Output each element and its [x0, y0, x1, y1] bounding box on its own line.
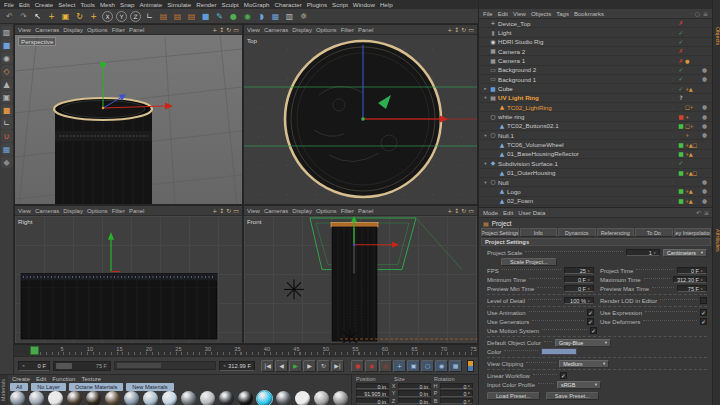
visibility-dots-icon[interactable]: : — [669, 58, 677, 64]
material-tag-icon[interactable]: ● — [702, 104, 712, 110]
material-sphere[interactable] — [105, 391, 120, 405]
zoom-view-icon[interactable]: ↕ — [454, 26, 459, 33]
visibility-dots-icon[interactable]: : — [669, 151, 677, 157]
project-scale-unit-dropdown[interactable]: Centimeters▾ — [663, 249, 707, 257]
object-name[interactable]: TC02_Buttons02.1 — [506, 122, 669, 129]
panel-menu-icon[interactable]: ≡ — [703, 10, 708, 17]
attribute-tab[interactable]: Dynamics — [558, 228, 596, 237]
object-name[interactable]: 02_Foam — [506, 197, 669, 204]
make-editable-icon[interactable]: ▩ — [1, 26, 13, 38]
om-menu-item[interactable]: Edit — [498, 11, 508, 17]
render-picture-viewer-icon[interactable]: ▤ — [171, 10, 184, 23]
object-row[interactable]: ▲ TC02_Buttons02.1 : ■ □+ ● — [479, 122, 712, 131]
object-name[interactable]: Camera 1 — [497, 57, 669, 64]
pan-view-icon[interactable]: + — [447, 207, 452, 214]
object-row[interactable]: ▸ ■ Cube : ✓ +▲ — [479, 84, 712, 93]
menu-item[interactable]: MoGraph — [244, 1, 270, 8]
material-sphere[interactable] — [295, 391, 310, 405]
material-tag-icon[interactable]: ● — [702, 67, 712, 73]
load-preset-button[interactable]: Load Preset... — [487, 392, 540, 400]
pan-view-icon[interactable]: + — [212, 26, 217, 33]
view-clipping-dropdown[interactable]: Medium▾ — [559, 360, 609, 368]
perspective-canvas[interactable] — [15, 35, 242, 204]
prev-frame-button[interactable]: ◀ — [275, 360, 288, 372]
object-axis-mode-icon[interactable]: ■ — [1, 104, 13, 116]
attribute-tab[interactable]: Info — [520, 228, 558, 237]
viewport-menu-item[interactable]: Cameras — [35, 27, 59, 33]
material-menu-item[interactable]: Function — [52, 376, 75, 382]
scale-icon[interactable]: ▣ — [59, 10, 72, 23]
max-time-field[interactable]: 312.99 F — [219, 361, 255, 371]
object-name[interactable]: Subdivision Surface.1 — [497, 160, 669, 167]
object-row[interactable]: ▭ Background 2 : ✓ ● — [479, 66, 712, 75]
viewport-menu-item[interactable]: Filter — [341, 208, 354, 214]
environment-icon[interactable]: ◗ — [255, 10, 268, 23]
use-animation-checkbox[interactable]: ✓ — [587, 309, 594, 316]
menu-item[interactable]: Render — [196, 1, 216, 8]
redo-icon[interactable]: ↷ — [17, 10, 30, 23]
front-canvas[interactable] — [244, 216, 477, 343]
viewport-menu-item[interactable]: View — [18, 208, 31, 214]
goto-end-button[interactable]: ▶| — [331, 360, 344, 372]
polygons-mode-icon[interactable]: ▲ — [1, 78, 13, 90]
range-handle[interactable] — [56, 363, 72, 369]
menu-item[interactable]: Window — [353, 1, 375, 8]
enable-state-icon[interactable]: ✗ — [677, 20, 685, 26]
viewport-menu-item[interactable]: Display — [63, 208, 83, 214]
enable-state-icon[interactable]: ■ — [677, 198, 685, 204]
zoom-view-icon[interactable]: ↕ — [219, 207, 224, 214]
enable-state-icon[interactable]: ✓ — [677, 39, 685, 45]
viewport-menu-item[interactable]: Panel — [129, 27, 144, 33]
menu-item[interactable]: Animate — [139, 1, 162, 8]
menu-item[interactable]: Select — [58, 1, 75, 8]
object-row[interactable]: ▾ ▤ UV Light Ring : ? — [479, 94, 712, 103]
texture-mode-icon[interactable]: ▣ — [1, 91, 13, 103]
object-tags[interactable]: +▲ — [685, 198, 702, 204]
expand-icon[interactable]: ▾ — [482, 161, 489, 166]
object-tags[interactable]: +▲ — [685, 151, 702, 157]
position-field[interactable]: 91.905 in — [356, 390, 389, 397]
size-field[interactable]: 0 in — [398, 398, 431, 405]
enable-state-icon[interactable]: ■ — [677, 170, 685, 176]
object-row[interactable]: + Device_Top : ✗ — [479, 19, 712, 28]
tab-objects[interactable]: Objects — [713, 10, 720, 62]
project-time-input[interactable]: 0 F — [677, 267, 707, 275]
material-tag-icon[interactable]: ● — [702, 132, 712, 138]
material-tag-icon[interactable]: ● — [702, 179, 712, 185]
material-sphere[interactable] — [67, 391, 82, 405]
object-name[interactable]: 01_BaseHousingReflector — [506, 150, 669, 157]
object-name[interactable]: Light — [497, 29, 669, 36]
object-name[interactable]: Device_Top — [497, 20, 669, 27]
object-row[interactable]: ▾ ◆ Subdivision Surface.1 : ✓ — [479, 159, 712, 168]
rotate-view-icon[interactable]: ↻ — [461, 26, 466, 33]
object-row[interactable]: ◉ HDRI Studio Rig : ✓ — [479, 38, 712, 47]
toggle-view-icon[interactable]: ▭ — [233, 26, 239, 33]
object-name[interactable]: Null.1 — [497, 132, 669, 139]
rotation-field[interactable]: 0 ° — [440, 390, 473, 397]
material-tag-icon[interactable]: ● — [702, 114, 712, 120]
record-pla-toggle[interactable]: ▦ — [449, 360, 462, 372]
record-options-button[interactable]: ◎ — [379, 360, 392, 372]
viewport-menu-item[interactable]: Options — [316, 27, 337, 33]
size-field[interactable]: 0 in — [398, 383, 431, 390]
project-scale-input[interactable]: 1 — [626, 249, 660, 257]
visibility-dots-icon[interactable]: : — [669, 48, 677, 54]
viewport-solo-icon[interactable]: ▦ — [1, 143, 13, 155]
workplane-icon[interactable]: ∟ — [1, 117, 13, 129]
coordinate-system-icon[interactable]: ∟ — [143, 10, 156, 23]
material-layer-tab[interactable]: No Layer — [31, 383, 66, 391]
record-scale-toggle[interactable]: ▣ — [407, 360, 420, 372]
material-tag-icon[interactable]: ● — [702, 123, 712, 129]
material-sphere[interactable] — [181, 391, 196, 405]
maximum-time-input[interactable]: 312.30 F — [673, 276, 707, 284]
light-icon[interactable]: ☼ — [297, 10, 310, 23]
scale-project-button[interactable]: Scale Project... — [501, 258, 557, 266]
om-menu-item[interactable]: File — [483, 11, 493, 17]
snap-icon[interactable]: ∪ — [1, 130, 13, 142]
material-sphere[interactable] — [48, 391, 63, 405]
object-row[interactable]: ▦ Camera 2 : ✗ — [479, 47, 712, 56]
render-lod-checkbox[interactable] — [700, 297, 707, 304]
material-layer-tab[interactable]: Octane Materials — [69, 383, 123, 391]
menu-item[interactable]: Simulate — [167, 1, 191, 8]
visibility-dots-icon[interactable]: : — [669, 123, 677, 129]
